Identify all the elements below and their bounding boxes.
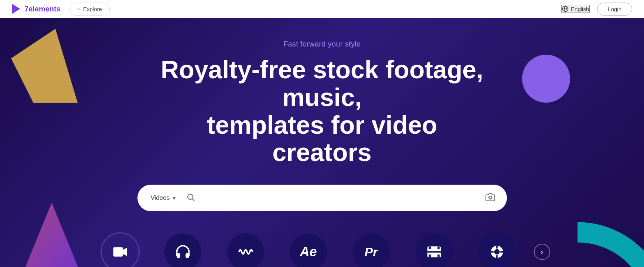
fcp-motion-icon-circle bbox=[416, 233, 453, 267]
film-icon bbox=[426, 244, 442, 260]
svg-marker-4 bbox=[18, 203, 85, 267]
teal-arc-shape bbox=[548, 203, 644, 267]
svg-point-18 bbox=[494, 249, 500, 255]
login-label: Login bbox=[608, 6, 621, 12]
svg-rect-9 bbox=[113, 247, 123, 257]
hamburger-icon: ≡ bbox=[77, 6, 80, 12]
search-dropdown[interactable]: Videos ▾ bbox=[145, 194, 182, 202]
svg-rect-13 bbox=[437, 247, 440, 249]
camera-icon-wrap[interactable] bbox=[481, 192, 500, 203]
sound-effects-icon-circle bbox=[227, 233, 264, 267]
premiere-pro-icon-circle: Pr bbox=[353, 233, 390, 267]
explore-button[interactable]: ≡ Explore bbox=[69, 3, 110, 16]
search-dropdown-label: Videos bbox=[151, 194, 170, 202]
next-arrow-button[interactable]: › bbox=[534, 244, 550, 260]
yellow-shape bbox=[11, 29, 92, 103]
svg-marker-10 bbox=[123, 248, 127, 256]
chevron-down-icon: ▾ bbox=[173, 194, 176, 202]
category-item-music[interactable]: Music bbox=[157, 233, 209, 267]
categories-row: Videos Music Sound effects bbox=[94, 233, 550, 267]
category-item-sound-effects[interactable]: Sound effects bbox=[220, 233, 272, 267]
pink-triangle-shape bbox=[18, 203, 85, 267]
language-button[interactable]: English bbox=[561, 5, 590, 13]
svg-rect-12 bbox=[429, 247, 431, 249]
after-effects-icon-circle: Ae bbox=[290, 233, 327, 267]
hero-subtitle: Fast forward your style bbox=[283, 40, 361, 48]
login-button[interactable]: Login bbox=[597, 3, 632, 16]
category-item-fcp-motion[interactable]: FCP & Motion bbox=[408, 233, 460, 267]
category-item-resolve[interactable]: Resolve bbox=[471, 233, 523, 267]
pr-text-icon: Pr bbox=[365, 245, 378, 259]
hero-title-line1: Royalty-free stock footage, music, bbox=[161, 55, 483, 111]
header-right: English Login bbox=[561, 3, 632, 16]
svg-marker-3 bbox=[11, 29, 78, 103]
category-item-after-effects[interactable]: Ae After Effects bbox=[283, 233, 334, 267]
resolve-icon bbox=[489, 244, 505, 260]
logo[interactable]: 7elements bbox=[12, 4, 61, 14]
category-item-videos[interactable]: Videos bbox=[94, 233, 146, 267]
explore-label: Explore bbox=[83, 6, 102, 12]
soundwave-icon bbox=[238, 244, 254, 260]
search-input[interactable] bbox=[200, 194, 481, 202]
svg-point-5 bbox=[188, 194, 193, 199]
search-icon-wrap bbox=[182, 193, 200, 203]
music-icon-circle bbox=[164, 233, 201, 267]
hero-title: Royalty-free stock footage, music, templ… bbox=[156, 56, 488, 166]
resolve-icon-circle bbox=[478, 233, 515, 267]
logo-text: 7elements bbox=[24, 5, 61, 13]
hero-title-line2: templates for video creators bbox=[207, 111, 437, 167]
globe-icon bbox=[562, 6, 569, 12]
header: 7elements ≡ Explore English Login bbox=[0, 0, 644, 18]
svg-marker-0 bbox=[12, 4, 20, 14]
hero-section: Fast forward your style Royalty-free sto… bbox=[0, 18, 644, 267]
header-left: 7elements ≡ Explore bbox=[12, 3, 110, 16]
videos-icon-circle bbox=[102, 233, 139, 267]
search-bar: Videos ▾ bbox=[137, 185, 507, 211]
ae-text-icon: Ae bbox=[300, 244, 317, 260]
headphones-icon bbox=[175, 244, 191, 260]
purple-circle-shape bbox=[522, 55, 570, 103]
svg-rect-16 bbox=[427, 251, 441, 253]
svg-rect-14 bbox=[429, 255, 431, 257]
search-icon bbox=[186, 193, 195, 202]
chevron-right-icon: › bbox=[541, 248, 543, 256]
logo-icon bbox=[12, 4, 22, 14]
camera-icon bbox=[485, 192, 495, 202]
svg-line-6 bbox=[192, 199, 195, 201]
svg-point-8 bbox=[489, 197, 491, 199]
language-label: English bbox=[571, 6, 589, 12]
svg-rect-15 bbox=[437, 255, 440, 257]
category-item-premiere-pro[interactable]: Pr Premiere Pro bbox=[345, 233, 397, 267]
video-camera-icon bbox=[112, 244, 128, 260]
